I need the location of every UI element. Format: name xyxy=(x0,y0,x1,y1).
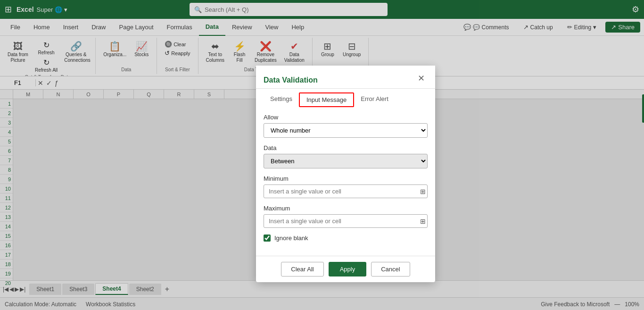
apply-button[interactable]: Apply xyxy=(329,262,367,276)
modal-tab-input-message[interactable]: Input Message xyxy=(299,92,354,107)
minimum-group: Minimum ⊞ xyxy=(264,175,428,198)
minimum-input-wrapper: ⊞ xyxy=(264,184,428,198)
modal-footer: Clear All Apply Cancel xyxy=(256,256,435,282)
data-label: Data xyxy=(264,144,428,151)
maximum-group: Maximum ⊞ xyxy=(264,205,428,228)
modal-overlay: Data Validation ✕ Settings Input Message… xyxy=(0,0,644,310)
data-group: Data Between Not between Equal to Not eq… xyxy=(264,144,428,168)
modal-header: Data Validation ✕ xyxy=(256,66,435,89)
maximum-label: Maximum xyxy=(264,205,428,212)
maximum-cell-selector[interactable]: ⊞ xyxy=(420,218,426,225)
ignore-blank-label: Ignore blank xyxy=(274,235,308,242)
minimum-label: Minimum xyxy=(264,175,428,182)
clear-all-button[interactable]: Clear All xyxy=(281,262,323,276)
modal-header-right: ✕ xyxy=(415,72,428,88)
allow-select[interactable]: Whole number Decimal List Date Time Text… xyxy=(264,123,428,138)
allow-label: Allow xyxy=(264,114,428,121)
modal-tabs: Settings Input Message Error Alert xyxy=(256,92,435,106)
modal-close-button[interactable]: ✕ xyxy=(415,72,428,84)
modal-tab-error-alert[interactable]: Error Alert xyxy=(354,92,395,106)
modal-tab-settings[interactable]: Settings xyxy=(264,92,299,106)
modal-title: Data Validation xyxy=(264,76,318,84)
cancel-button[interactable]: Cancel xyxy=(371,262,410,276)
minimum-input[interactable] xyxy=(264,184,428,198)
maximum-input[interactable] xyxy=(264,214,428,228)
data-validation-modal: Data Validation ✕ Settings Input Message… xyxy=(256,66,435,282)
modal-body: Allow Whole number Decimal List Date Tim… xyxy=(256,106,435,256)
allow-group: Allow Whole number Decimal List Date Tim… xyxy=(264,114,428,138)
minimum-cell-selector[interactable]: ⊞ xyxy=(420,188,426,195)
ignore-blank-group: Ignore blank xyxy=(264,235,428,242)
maximum-input-wrapper: ⊞ xyxy=(264,214,428,228)
data-select[interactable]: Between Not between Equal to Not equal t… xyxy=(264,154,428,168)
ignore-blank-checkbox[interactable] xyxy=(264,235,271,242)
